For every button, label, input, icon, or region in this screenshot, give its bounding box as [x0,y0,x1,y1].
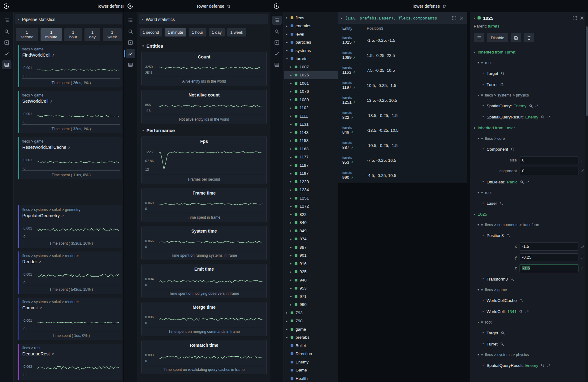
chevron-right-icon[interactable]: ▸ [290,205,294,208]
x-field[interactable]: -1.5 [520,243,578,251]
external-link-icon[interactable]: ↗ [352,71,355,74]
component-row[interactable]: •SpatialQueryResult:Enemy.* [470,360,588,371]
tree-item[interactable]: ▸1197 [284,170,338,178]
fullscreen-icon[interactable] [452,16,456,20]
chevron-right-icon[interactable]: ▸ [290,156,294,159]
tree-item[interactable]: ▸916 [284,260,338,268]
time-range-button[interactable]: 1 day [84,28,100,41]
time-range-button[interactable]: 1 second [140,28,162,36]
disable-button[interactable]: Disable [487,33,508,42]
component-row[interactable]: •Laser [470,198,588,209]
search-icon[interactable] [126,27,135,36]
query-result-row[interactable]: turrets1163 ↗7.5, -0.25, 10.5 [338,63,467,78]
trash-icon[interactable] [442,4,447,8]
time-range-button[interactable]: 1 week [227,28,246,36]
magnifier-icon[interactable] [500,342,504,346]
search-icon[interactable] [2,27,11,36]
magnifier-icon[interactable] [520,180,524,184]
component-row[interactable]: •OnDelete:Panic.* [470,176,588,187]
save-button[interactable] [511,33,521,42]
tree-item[interactable]: ▸798 [284,317,338,325]
query-result-row[interactable]: turrets822 ↗-13.5, -0.25, -1.5 [338,108,467,123]
tree-item[interactable]: ▸1153 [284,137,338,145]
entity-id[interactable]: 849 ↗ [342,130,367,135]
chevron-down-icon[interactable]: ▾ [286,57,290,60]
inspect-icon[interactable] [272,38,282,47]
tree-item[interactable]: ▸1089 [284,96,338,104]
tree-item[interactable]: ▸1111 [284,112,338,120]
chevron-right-icon[interactable]: ▸ [290,262,294,265]
chevron-right-icon[interactable]: ▸ [290,164,294,167]
inspector-group-header[interactable]: ▾flecs > core [470,133,588,144]
magnifier-icon[interactable] [510,277,514,281]
chevron-right-icon[interactable]: ▸ [286,311,290,314]
scrollbar[interactable] [585,12,588,382]
chart-icon[interactable] [272,49,282,58]
tree-item[interactable]: Game [284,366,338,375]
chevron-right-icon[interactable]: ▸ [290,114,294,118]
external-link-icon[interactable]: ↗ [350,146,353,149]
section-header[interactable]: ▾Entities [142,43,270,49]
pencil-icon[interactable] [581,158,585,162]
inspector-section-header[interactable]: ▾inherited from Turret [470,47,588,58]
system-name[interactable]: DequeueRest ↗ [22,350,120,358]
tree-item[interactable]: ▸1025 [284,71,338,79]
close-icon[interactable] [580,16,584,20]
tree-item[interactable]: ▸systems [284,46,338,55]
external-link-icon[interactable]: ↗ [50,99,53,104]
time-range-button[interactable]: 1 hour [189,28,206,36]
component-row[interactable]: •Transform3 [470,273,588,285]
tree-item[interactable]: ▸1272 [284,202,338,211]
component-value[interactable]: Enemy [525,115,538,119]
magnifier-icon[interactable] [511,147,515,151]
tree-item[interactable]: ▸1061 [284,79,338,88]
tree-item[interactable]: ▸849 [284,227,338,235]
tree-item[interactable]: ▸flecs [284,14,338,22]
magnifier-icon[interactable] [519,298,523,303]
tree-item[interactable]: ▸1163 [284,145,338,153]
chevron-right-icon[interactable]: ▸ [286,320,290,323]
time-range-button[interactable]: 1 day [209,28,225,36]
chevron-right-icon[interactable]: ▸ [290,303,294,306]
chevron-right-icon[interactable]: ▸ [290,90,294,93]
tree-item[interactable]: ▸particles [284,38,338,47]
fullscreen-icon[interactable] [573,16,577,20]
query-result-row[interactable]: turrets1197 ↗10.5, -0.25, -1.5 [338,78,467,93]
magnifier-icon[interactable] [541,363,545,367]
external-link-icon[interactable]: ↗ [61,214,64,218]
external-link-icon[interactable]: ↗ [51,352,54,356]
external-link-icon[interactable]: ↗ [350,161,353,164]
tree-item[interactable]: ▸1143 [284,128,338,137]
chevron-right-icon[interactable]: ▸ [290,123,294,126]
chevron-right-icon[interactable]: ▸ [290,221,294,224]
chevron-right-icon[interactable]: ▸ [290,147,294,150]
pencil-icon[interactable] [581,169,585,173]
tree-item[interactable]: ▸887 [284,243,338,251]
external-link-icon[interactable]: ↗ [350,131,353,134]
chevron-right-icon[interactable]: ▸ [286,24,290,28]
external-link-icon[interactable]: ↗ [38,260,41,264]
chevron-right-icon[interactable]: ▸ [290,65,294,68]
chevron-down-icon[interactable]: ▾ [341,16,342,20]
tree-item[interactable]: ▸1102 [284,104,338,112]
component-value[interactable]: Enemy [525,363,538,368]
system-name[interactable]: FindWorldCell ↗ [22,52,120,59]
magnifier-icon[interactable] [501,331,505,335]
tree-item[interactable]: ▸925 [284,268,338,276]
tree-item[interactable]: ▸953 [284,284,338,293]
chevron-right-icon[interactable]: ▸ [286,336,290,339]
external-link-icon[interactable]: ↗ [353,56,356,59]
component-row[interactable]: •SpatialQueryResult:Enemy.* [470,111,588,122]
stats-icon[interactable] [2,60,11,69]
entity-id[interactable]: 1251 ↗ [342,100,367,105]
inspector-section-header[interactable]: ▾inherited from Laser [470,122,588,133]
tree-item[interactable]: Health [284,374,338,382]
alignment-field[interactable]: 0 [520,167,578,175]
delete-button[interactable] [524,33,534,42]
external-link-icon[interactable]: ↗ [353,41,356,44]
tree-item[interactable]: Enemy [284,358,338,366]
time-range-button[interactable]: 1 hour [64,28,82,41]
system-name[interactable]: SetWorldCell ↗ [22,98,120,105]
time-range-button[interactable]: 1 week [103,28,122,41]
component-row[interactable]: •Target [470,327,588,338]
